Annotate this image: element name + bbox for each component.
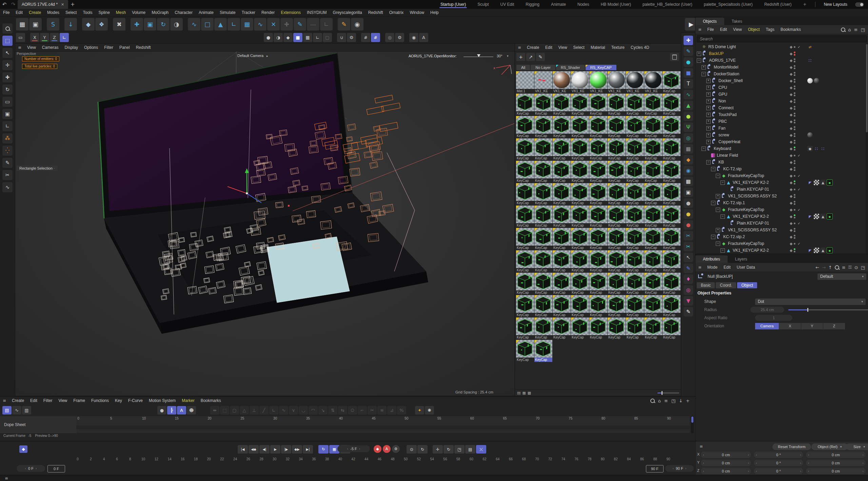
key-tool-18[interactable]: ⊿ <box>387 406 396 415</box>
visibility-dots[interactable] <box>793 160 796 164</box>
visibility-dot-gray[interactable] <box>794 183 795 185</box>
visibility-dot-green[interactable] <box>794 214 795 216</box>
tree-row[interactable]: +screw◆ <box>695 132 868 138</box>
material-menu-texture[interactable]: Texture <box>608 45 628 50</box>
visibility-dots[interactable] <box>793 228 796 232</box>
enabled-check[interactable]: ✓ <box>797 242 801 246</box>
stepper-left-icon[interactable]: ‹ <box>808 453 809 457</box>
material-item[interactable]: KeyCap <box>608 116 626 138</box>
material-item[interactable]: KeyCap <box>553 250 571 272</box>
visibility-dot-gray[interactable] <box>794 209 795 211</box>
tri-tag[interactable]: ▲ <box>820 214 826 219</box>
tri-tag[interactable]: ▲ <box>820 248 826 253</box>
material-item[interactable]: KeyCap <box>663 71 680 93</box>
coord-field-z-rotation[interactable]: ‹0 °› <box>754 468 803 474</box>
scale-tool-icon[interactable]: ▣ <box>144 18 156 31</box>
object-menu-bookmarks[interactable]: Bookmarks <box>777 27 804 32</box>
viewport-menu-cameras[interactable]: Cameras <box>39 45 62 50</box>
visibility-dot-gray[interactable] <box>794 237 795 239</box>
show-user[interactable]: ☻ <box>187 406 196 415</box>
goto-end-button[interactable]: ▶| <box>303 445 313 454</box>
stepper-right-icon[interactable]: › <box>748 461 749 465</box>
stepper-left-icon[interactable]: ‹ <box>808 469 809 473</box>
layout-tab[interactable]: Animate <box>545 0 572 8</box>
material-layer-tab-all[interactable]: All <box>516 65 530 70</box>
object-search-input[interactable]: Search <box>697 35 867 42</box>
layer-icon[interactable]: ◆ <box>790 242 792 246</box>
list-view-icon[interactable]: ▤ <box>517 391 520 395</box>
visibility-dot-gray[interactable] <box>794 88 795 90</box>
object-menu-file[interactable]: File <box>704 27 717 32</box>
menu-mograph[interactable]: MoGraph <box>149 10 172 15</box>
stepper-left-icon[interactable]: ‹ <box>756 461 757 465</box>
material-item[interactable]: KeyCap <box>553 138 571 160</box>
model-mode[interactable]: ■ <box>293 33 302 42</box>
timeline-popout-icon[interactable]: ◳ <box>671 398 675 403</box>
stepper-right-icon[interactable]: › <box>862 461 864 465</box>
timeline-menu-marker[interactable]: Marker <box>179 398 197 403</box>
material-item[interactable]: VK1_KE <box>644 71 662 93</box>
material-item[interactable]: KeyCap <box>571 161 589 183</box>
palette-ink-tool[interactable]: ✎ <box>684 264 693 273</box>
palette-landscape-tool[interactable]: ▲ <box>684 101 693 110</box>
visibility-dot-gray[interactable] <box>794 106 795 108</box>
layer-icon[interactable]: ◆ <box>790 119 792 124</box>
material-item[interactable]: KeyCap <box>608 295 626 317</box>
material-item[interactable]: KeyCap <box>516 340 534 362</box>
material-item[interactable]: KeyCap <box>626 161 644 183</box>
expand-icon[interactable]: + <box>706 113 711 117</box>
viewport-menu-panel[interactable]: Panel <box>116 45 133 50</box>
layer-icon[interactable]: ◆ <box>790 85 792 90</box>
material-item[interactable]: VK1_KE <box>534 71 552 93</box>
tree-row[interactable]: −AORUS_17VE◆∷ <box>695 57 868 64</box>
key-tool-17[interactable]: ≋ <box>377 406 387 415</box>
timeline-search-icon[interactable] <box>650 399 655 403</box>
snap-settings[interactable]: ⚙ <box>347 33 356 42</box>
palette-ring-tool[interactable]: ◎ <box>684 133 693 143</box>
material-item[interactable]: KeyCap <box>663 295 680 317</box>
layout-tab[interactable]: Startup (User) <box>435 0 472 8</box>
tree-row[interactable]: +Non◆ <box>695 98 868 104</box>
record-mouse-button[interactable]: ⊙ <box>407 445 417 454</box>
layer-icon[interactable]: ◆ <box>790 194 792 198</box>
section-tab-basic[interactable]: Basic <box>697 282 715 288</box>
menu-tracker[interactable]: Tracker <box>239 10 258 15</box>
stepper-left-icon[interactable]: ‹ <box>703 453 704 457</box>
viewport-menu-redshift[interactable]: Redshift <box>133 45 154 50</box>
material-item[interactable]: KeyCap <box>553 183 571 205</box>
visibility-dot-gray[interactable] <box>794 95 795 96</box>
layer-icon[interactable]: ◆ <box>790 79 792 83</box>
workplane-mode[interactable]: ▢ <box>323 33 332 42</box>
palette-tweak-tool[interactable]: ↖ <box>684 253 693 262</box>
visibility-dot-gray[interactable] <box>794 74 795 76</box>
show-animated[interactable]: A <box>177 406 186 415</box>
tree-row[interactable]: +VK1_SCISSORS ASSY S2◆ <box>695 193 868 199</box>
material-menu-edit[interactable]: Edit <box>542 45 555 50</box>
object-menu-view[interactable]: View <box>730 27 745 32</box>
enabled-check[interactable]: ✓ <box>797 188 801 191</box>
layer-icon[interactable]: ◆ <box>790 160 792 165</box>
visibility-dot-gray[interactable] <box>794 140 795 141</box>
move-tool-icon[interactable]: ✚ <box>131 18 143 31</box>
record-rotation-button[interactable]: ↻ <box>417 445 428 454</box>
stepper-left-icon[interactable]: ‹ <box>808 461 809 465</box>
edge-mode[interactable]: ◑ <box>274 33 283 42</box>
tree-row[interactable]: +VK1_SCISSORS ASSY S2◆ <box>695 227 868 233</box>
palette-sphere2-tool[interactable]: ● <box>684 198 693 208</box>
key-tool-4[interactable]: ⊥ <box>250 406 259 415</box>
visibility-dot-gray[interactable] <box>794 108 795 110</box>
new-document-icon[interactable]: + <box>68 1 77 7</box>
material-menu-create[interactable]: Create <box>524 45 542 50</box>
object-menu-tags[interactable]: Tags <box>763 27 777 32</box>
document-tab[interactable]: AORUS 17VE.c4d * ✕ <box>18 0 68 9</box>
camera-select-icon[interactable]: ▸ <box>267 54 268 58</box>
snap-toggle[interactable]: ∪ <box>337 33 346 42</box>
rotate-tool[interactable]: ↻ <box>2 84 13 95</box>
playhead-marker-button[interactable]: ◆ <box>19 445 27 453</box>
coord-system-toggle[interactable]: ∟ <box>60 33 69 42</box>
material-item[interactable]: KeyCap <box>516 318 534 340</box>
layer-icon[interactable]: ◆ <box>790 167 792 171</box>
camera-morph-icon[interactable]: ◉ <box>351 18 363 31</box>
radius-field[interactable]: 25.4 cm <box>750 307 784 313</box>
undo-icon[interactable]: ↶ <box>0 0 9 9</box>
